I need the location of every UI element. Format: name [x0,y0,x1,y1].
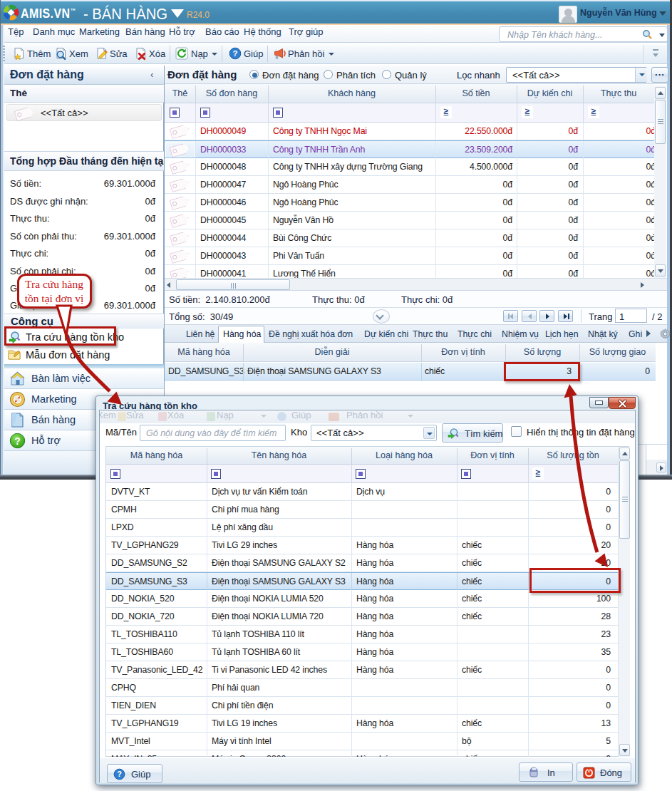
svg-text:?: ? [232,49,237,58]
svg-text:?: ? [14,435,21,447]
svg-text:?: ? [117,770,122,778]
